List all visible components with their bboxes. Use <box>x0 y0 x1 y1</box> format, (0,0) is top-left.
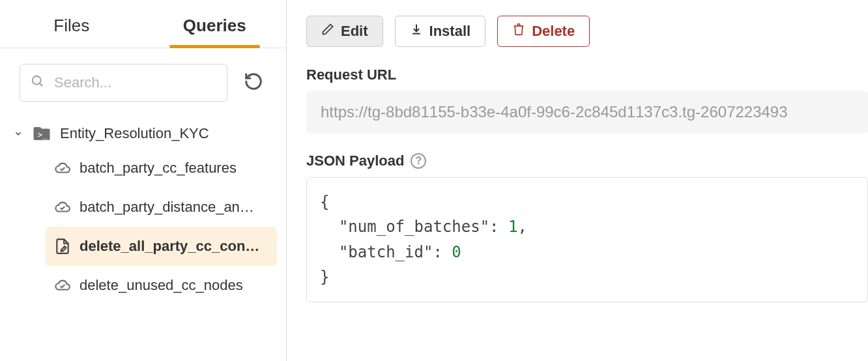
request-url-value[interactable]: https://tg-8bd81155-b33e-4a0f-99c6-2c845… <box>306 91 868 133</box>
delete-button[interactable]: Delete <box>497 16 590 47</box>
request-url-label: Request URL <box>306 66 868 83</box>
tab-files[interactable]: Files <box>0 3 143 48</box>
tree-item-delete-unused-cc-nodes[interactable]: delete_unused_cc_nodes <box>46 266 277 305</box>
sidebar-tabs: Files Queries <box>0 0 286 48</box>
refresh-button[interactable] <box>240 70 267 96</box>
edit-button[interactable]: Edit <box>306 16 383 47</box>
install-button[interactable]: Install <box>395 16 486 47</box>
sidebar: Files Queries >_ <box>0 0 287 361</box>
install-label: Install <box>429 23 471 40</box>
pencil-icon <box>321 23 334 40</box>
brace-close: } <box>320 268 329 286</box>
brace-open: { <box>320 193 329 211</box>
cloud-check-icon <box>53 276 72 295</box>
help-icon[interactable]: ? <box>411 153 426 169</box>
refresh-icon <box>244 72 263 94</box>
toolbar: Edit Install Delete <box>306 16 868 47</box>
cloud-check-icon <box>53 159 72 177</box>
search-icon <box>31 74 45 91</box>
search-box[interactable] <box>20 64 227 102</box>
app-root: Files Queries >_ <box>0 0 868 361</box>
json-key: "batch_id" <box>339 243 433 261</box>
tab-queries[interactable]: Queries <box>143 3 287 48</box>
tree-item-label: batch_party_cc_features <box>80 160 237 177</box>
tree-item-batch-party-cc-features[interactable]: batch_party_cc_features <box>46 149 277 188</box>
cloud-check-icon <box>53 198 72 216</box>
folder-label: Entity_Resolution_KYC <box>60 125 209 142</box>
search-input[interactable] <box>54 74 216 91</box>
tree-item-batch-party-distance[interactable]: batch_party_distance_an… <box>46 188 277 227</box>
json-payload-label-text: JSON Payload <box>306 152 404 169</box>
trash-icon <box>512 23 525 40</box>
tree-folder[interactable]: >_ Entity_Resolution_KYC <box>9 119 277 149</box>
download-icon <box>410 23 423 40</box>
svg-point-0 <box>33 76 41 85</box>
file-edit-icon <box>53 237 72 255</box>
json-value: 1 <box>508 218 517 236</box>
query-tree: >_ Entity_Resolution_KYC batch_party_cc_… <box>0 113 286 310</box>
folder-icon: >_ <box>31 125 52 142</box>
tree-item-delete-all-party-cc[interactable]: delete_all_party_cc_con… <box>46 227 277 266</box>
search-row <box>0 48 286 113</box>
json-payload-editor[interactable]: { "num_of_batches": 1, "batch_id": 0 } <box>306 177 868 302</box>
svg-line-1 <box>40 83 43 87</box>
tree-item-label: delete_all_party_cc_con… <box>80 238 259 255</box>
json-key: "num_of_batches" <box>339 218 489 236</box>
edit-label: Edit <box>341 23 368 40</box>
svg-text:>_: >_ <box>38 130 48 139</box>
main-panel: Edit Install Delete Request URL https://… <box>287 0 868 361</box>
tree-item-label: batch_party_distance_an… <box>80 199 254 216</box>
json-value: 0 <box>452 243 461 261</box>
chevron-down-icon <box>13 129 23 138</box>
tree-children: batch_party_cc_features batch_party_dist… <box>46 149 277 305</box>
tree-item-label: delete_unused_cc_nodes <box>80 277 243 294</box>
delete-label: Delete <box>532 23 575 40</box>
json-payload-label: JSON Payload ? <box>306 152 868 169</box>
